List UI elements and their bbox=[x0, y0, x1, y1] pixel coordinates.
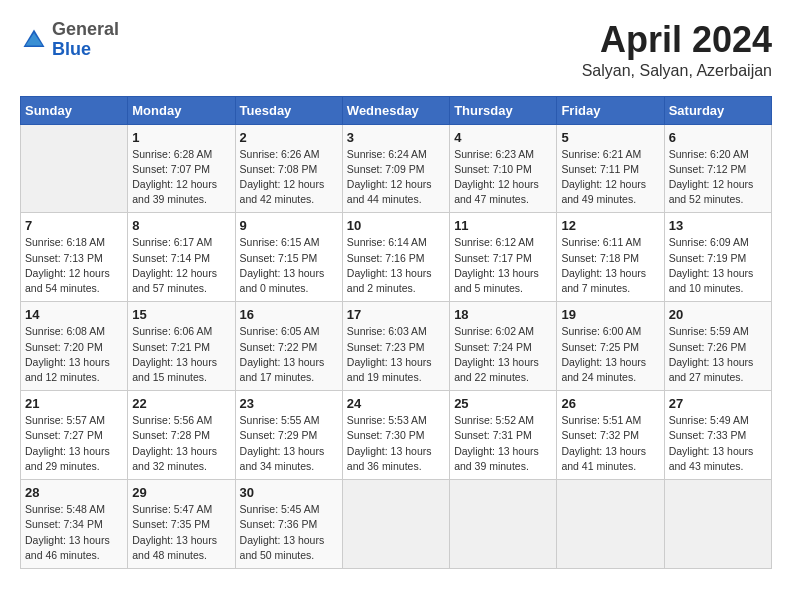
weekday-header-friday: Friday bbox=[557, 96, 664, 124]
calendar-cell bbox=[557, 480, 664, 569]
logo-text: General Blue bbox=[52, 20, 119, 60]
calendar-cell: 5Sunrise: 6:21 AMSunset: 7:11 PMDaylight… bbox=[557, 124, 664, 213]
calendar-cell: 4Sunrise: 6:23 AMSunset: 7:10 PMDaylight… bbox=[450, 124, 557, 213]
day-number: 27 bbox=[669, 396, 767, 411]
day-info: Sunrise: 6:18 AMSunset: 7:13 PMDaylight:… bbox=[25, 235, 123, 296]
day-info: Sunrise: 6:06 AMSunset: 7:21 PMDaylight:… bbox=[132, 324, 230, 385]
day-number: 22 bbox=[132, 396, 230, 411]
calendar-cell: 20Sunrise: 5:59 AMSunset: 7:26 PMDayligh… bbox=[664, 302, 771, 391]
day-info: Sunrise: 6:24 AMSunset: 7:09 PMDaylight:… bbox=[347, 147, 445, 208]
title-block: April 2024 Salyan, Salyan, Azerbaijan bbox=[582, 20, 772, 80]
day-number: 12 bbox=[561, 218, 659, 233]
weekday-header-sunday: Sunday bbox=[21, 96, 128, 124]
calendar-cell bbox=[450, 480, 557, 569]
weekday-header-monday: Monday bbox=[128, 96, 235, 124]
day-number: 10 bbox=[347, 218, 445, 233]
day-number: 25 bbox=[454, 396, 552, 411]
calendar-cell: 19Sunrise: 6:00 AMSunset: 7:25 PMDayligh… bbox=[557, 302, 664, 391]
weekday-header-wednesday: Wednesday bbox=[342, 96, 449, 124]
week-row-4: 21Sunrise: 5:57 AMSunset: 7:27 PMDayligh… bbox=[21, 391, 772, 480]
day-info: Sunrise: 6:03 AMSunset: 7:23 PMDaylight:… bbox=[347, 324, 445, 385]
calendar-cell: 28Sunrise: 5:48 AMSunset: 7:34 PMDayligh… bbox=[21, 480, 128, 569]
day-info: Sunrise: 6:28 AMSunset: 7:07 PMDaylight:… bbox=[132, 147, 230, 208]
day-number: 15 bbox=[132, 307, 230, 322]
calendar-cell: 22Sunrise: 5:56 AMSunset: 7:28 PMDayligh… bbox=[128, 391, 235, 480]
day-number: 21 bbox=[25, 396, 123, 411]
day-info: Sunrise: 6:23 AMSunset: 7:10 PMDaylight:… bbox=[454, 147, 552, 208]
calendar-cell: 17Sunrise: 6:03 AMSunset: 7:23 PMDayligh… bbox=[342, 302, 449, 391]
calendar-cell: 16Sunrise: 6:05 AMSunset: 7:22 PMDayligh… bbox=[235, 302, 342, 391]
calendar-cell: 24Sunrise: 5:53 AMSunset: 7:30 PMDayligh… bbox=[342, 391, 449, 480]
day-number: 3 bbox=[347, 130, 445, 145]
weekday-header-saturday: Saturday bbox=[664, 96, 771, 124]
logo-general: General bbox=[52, 19, 119, 39]
day-info: Sunrise: 5:56 AMSunset: 7:28 PMDaylight:… bbox=[132, 413, 230, 474]
day-info: Sunrise: 5:51 AMSunset: 7:32 PMDaylight:… bbox=[561, 413, 659, 474]
calendar-cell bbox=[664, 480, 771, 569]
day-number: 6 bbox=[669, 130, 767, 145]
calendar-cell: 30Sunrise: 5:45 AMSunset: 7:36 PMDayligh… bbox=[235, 480, 342, 569]
calendar-cell: 29Sunrise: 5:47 AMSunset: 7:35 PMDayligh… bbox=[128, 480, 235, 569]
day-info: Sunrise: 5:45 AMSunset: 7:36 PMDaylight:… bbox=[240, 502, 338, 563]
calendar-cell: 21Sunrise: 5:57 AMSunset: 7:27 PMDayligh… bbox=[21, 391, 128, 480]
day-info: Sunrise: 5:59 AMSunset: 7:26 PMDaylight:… bbox=[669, 324, 767, 385]
day-info: Sunrise: 6:02 AMSunset: 7:24 PMDaylight:… bbox=[454, 324, 552, 385]
day-number: 4 bbox=[454, 130, 552, 145]
day-number: 11 bbox=[454, 218, 552, 233]
day-info: Sunrise: 6:15 AMSunset: 7:15 PMDaylight:… bbox=[240, 235, 338, 296]
month-year: April 2024 bbox=[582, 20, 772, 60]
day-info: Sunrise: 5:47 AMSunset: 7:35 PMDaylight:… bbox=[132, 502, 230, 563]
day-info: Sunrise: 5:49 AMSunset: 7:33 PMDaylight:… bbox=[669, 413, 767, 474]
day-info: Sunrise: 5:55 AMSunset: 7:29 PMDaylight:… bbox=[240, 413, 338, 474]
calendar-table: SundayMondayTuesdayWednesdayThursdayFrid… bbox=[20, 96, 772, 569]
calendar-cell: 23Sunrise: 5:55 AMSunset: 7:29 PMDayligh… bbox=[235, 391, 342, 480]
calendar-cell: 11Sunrise: 6:12 AMSunset: 7:17 PMDayligh… bbox=[450, 213, 557, 302]
day-info: Sunrise: 6:20 AMSunset: 7:12 PMDaylight:… bbox=[669, 147, 767, 208]
week-row-1: 1Sunrise: 6:28 AMSunset: 7:07 PMDaylight… bbox=[21, 124, 772, 213]
day-info: Sunrise: 6:26 AMSunset: 7:08 PMDaylight:… bbox=[240, 147, 338, 208]
day-info: Sunrise: 6:09 AMSunset: 7:19 PMDaylight:… bbox=[669, 235, 767, 296]
calendar-cell: 1Sunrise: 6:28 AMSunset: 7:07 PMDaylight… bbox=[128, 124, 235, 213]
day-info: Sunrise: 6:05 AMSunset: 7:22 PMDaylight:… bbox=[240, 324, 338, 385]
day-number: 19 bbox=[561, 307, 659, 322]
calendar-cell: 8Sunrise: 6:17 AMSunset: 7:14 PMDaylight… bbox=[128, 213, 235, 302]
calendar-cell: 13Sunrise: 6:09 AMSunset: 7:19 PMDayligh… bbox=[664, 213, 771, 302]
day-info: Sunrise: 6:00 AMSunset: 7:25 PMDaylight:… bbox=[561, 324, 659, 385]
calendar-cell: 10Sunrise: 6:14 AMSunset: 7:16 PMDayligh… bbox=[342, 213, 449, 302]
logo: General Blue bbox=[20, 20, 119, 60]
day-number: 24 bbox=[347, 396, 445, 411]
calendar-cell: 7Sunrise: 6:18 AMSunset: 7:13 PMDaylight… bbox=[21, 213, 128, 302]
day-number: 17 bbox=[347, 307, 445, 322]
calendar-cell: 27Sunrise: 5:49 AMSunset: 7:33 PMDayligh… bbox=[664, 391, 771, 480]
calendar-cell: 15Sunrise: 6:06 AMSunset: 7:21 PMDayligh… bbox=[128, 302, 235, 391]
day-number: 26 bbox=[561, 396, 659, 411]
calendar-cell: 3Sunrise: 6:24 AMSunset: 7:09 PMDaylight… bbox=[342, 124, 449, 213]
week-row-5: 28Sunrise: 5:48 AMSunset: 7:34 PMDayligh… bbox=[21, 480, 772, 569]
weekday-header-row: SundayMondayTuesdayWednesdayThursdayFrid… bbox=[21, 96, 772, 124]
calendar-cell: 14Sunrise: 6:08 AMSunset: 7:20 PMDayligh… bbox=[21, 302, 128, 391]
day-number: 1 bbox=[132, 130, 230, 145]
day-number: 13 bbox=[669, 218, 767, 233]
day-number: 30 bbox=[240, 485, 338, 500]
calendar-cell bbox=[342, 480, 449, 569]
day-info: Sunrise: 6:11 AMSunset: 7:18 PMDaylight:… bbox=[561, 235, 659, 296]
logo-blue: Blue bbox=[52, 39, 91, 59]
calendar-cell: 25Sunrise: 5:52 AMSunset: 7:31 PMDayligh… bbox=[450, 391, 557, 480]
calendar-cell: 18Sunrise: 6:02 AMSunset: 7:24 PMDayligh… bbox=[450, 302, 557, 391]
week-row-2: 7Sunrise: 6:18 AMSunset: 7:13 PMDaylight… bbox=[21, 213, 772, 302]
week-row-3: 14Sunrise: 6:08 AMSunset: 7:20 PMDayligh… bbox=[21, 302, 772, 391]
page-header: General Blue April 2024 Salyan, Salyan, … bbox=[20, 20, 772, 80]
day-info: Sunrise: 6:14 AMSunset: 7:16 PMDaylight:… bbox=[347, 235, 445, 296]
day-number: 9 bbox=[240, 218, 338, 233]
calendar-cell bbox=[21, 124, 128, 213]
logo-icon bbox=[20, 26, 48, 54]
location: Salyan, Salyan, Azerbaijan bbox=[582, 62, 772, 80]
calendar-cell: 6Sunrise: 6:20 AMSunset: 7:12 PMDaylight… bbox=[664, 124, 771, 213]
day-number: 16 bbox=[240, 307, 338, 322]
day-info: Sunrise: 6:17 AMSunset: 7:14 PMDaylight:… bbox=[132, 235, 230, 296]
day-info: Sunrise: 5:57 AMSunset: 7:27 PMDaylight:… bbox=[25, 413, 123, 474]
day-number: 14 bbox=[25, 307, 123, 322]
day-number: 2 bbox=[240, 130, 338, 145]
day-number: 5 bbox=[561, 130, 659, 145]
day-number: 28 bbox=[25, 485, 123, 500]
